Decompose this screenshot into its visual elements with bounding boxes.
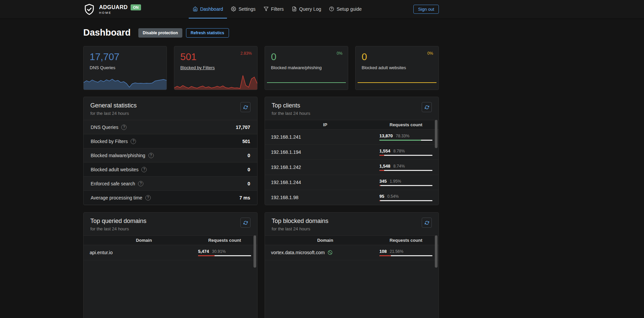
stat-row-label: Blocked malware/phishing <box>91 153 145 158</box>
column-header-requests-count: Requests count <box>379 238 432 243</box>
table-row: 192.168.1.242 1,5488.74% <box>265 160 439 175</box>
column-header-domain: Domain <box>271 238 379 243</box>
nav-item-dashboard[interactable]: Dashboard <box>189 0 227 18</box>
nav-item-setup-guide[interactable]: Setup guide <box>325 0 366 18</box>
refresh-icon <box>243 105 248 109</box>
stat-value: 17,707 <box>90 51 160 62</box>
panel-title: Top clients <box>272 102 310 109</box>
panel-title: Top queried domains <box>90 218 146 225</box>
refresh-button[interactable] <box>422 102 432 112</box>
table-row: vortex.data.microsoft.com 10821.56% <box>265 245 439 260</box>
navbar: ADGUARD ON HOME Dashboard Settings Filte… <box>0 0 644 19</box>
table-row: 192.168.1.241 13,87078.33% <box>265 130 439 145</box>
stat-card-dns-queries: 17,707 DNS Queries <box>83 46 167 90</box>
stat-row-value: 501 <box>242 139 250 144</box>
table-header: IP Requests count <box>265 120 439 130</box>
stat-percent: 2.83% <box>240 51 252 56</box>
stat-card-blocked-malware: 0% 0 Blocked malware/phishing <box>265 46 348 90</box>
nav-item-filters[interactable]: Filters <box>260 0 288 18</box>
help-icon[interactable]: ? <box>141 167 147 172</box>
panel-title: General statistics <box>90 102 137 109</box>
stat-row: Blocked adult websites? 0 <box>84 162 257 176</box>
stat-row: Blocked by Filters? 501 <box>84 134 257 148</box>
request-percent: 8.74% <box>394 164 405 169</box>
stat-row-label: Blocked adult websites <box>91 167 138 172</box>
panel-subtitle: for the last 24 hours <box>272 111 310 116</box>
help-icon[interactable]: ? <box>131 139 136 144</box>
table-header: Domain Requests count <box>84 235 257 245</box>
column-header-domain: Domain <box>90 238 198 243</box>
domain-name: vortex.data.microsoft.com <box>271 250 325 255</box>
refresh-button[interactable] <box>240 102 250 112</box>
stat-cards: 17,707 DNS Queries 2.83% 501 Blocked by … <box>83 46 439 90</box>
column-header-ip: IP <box>271 122 379 127</box>
top-queried-domains-panel: Top queried domains for the last 24 hour… <box>83 212 258 318</box>
gear-icon <box>231 6 236 11</box>
stat-row-value: 0 <box>247 153 250 158</box>
request-count: 1,548 <box>379 164 390 169</box>
nav-item-label: Dashboard <box>200 6 223 12</box>
scrollbar-thumb[interactable] <box>435 120 438 148</box>
funnel-icon <box>264 6 269 11</box>
block-icon[interactable] <box>327 250 333 255</box>
nav-item-label: Filters <box>271 6 284 12</box>
disable-protection-button[interactable]: Disable protection <box>138 28 182 38</box>
request-count: 1,554 <box>379 148 390 153</box>
shield-check-icon <box>83 3 95 15</box>
brand: ADGUARD ON HOME <box>83 3 141 15</box>
sign-out-button[interactable]: Sign out <box>413 5 439 14</box>
refresh-icon <box>425 221 429 225</box>
client-ip: 192.168.1.244 <box>271 180 379 185</box>
refresh-button[interactable] <box>422 218 432 228</box>
panel-subtitle: for the last 24 hours <box>90 226 146 231</box>
scrollbar-thumb[interactable] <box>435 235 438 268</box>
general-statistics-panel: General statistics for the last 24 hours… <box>83 97 258 205</box>
home-icon <box>193 6 198 11</box>
scrollbar-thumb[interactable] <box>254 235 256 268</box>
help-icon[interactable]: ? <box>148 153 154 158</box>
stat-row: DNS Queries? 17,707 <box>84 120 257 134</box>
blocked-by-filters-link[interactable]: Blocked by Filters <box>180 65 251 70</box>
brand-title: ADGUARD <box>99 4 128 10</box>
document-icon <box>292 6 297 11</box>
nav-item-settings[interactable]: Settings <box>227 0 260 18</box>
nav-item-label: Query Log <box>299 6 321 12</box>
panel-subtitle: for the last 24 hours <box>90 111 137 116</box>
stat-row-value: 0 <box>247 167 250 172</box>
request-count: 5,474 <box>198 249 209 254</box>
progress-bar <box>379 200 432 201</box>
top-blocked-domains-panel: Top blocked domains for the last 24 hour… <box>265 212 439 318</box>
nav-item-query-log[interactable]: Query Log <box>288 0 325 18</box>
table-header: Domain Requests count <box>265 235 439 245</box>
refresh-statistics-button[interactable]: Refresh statistics <box>186 28 229 38</box>
client-ip: 192.168.1.242 <box>271 165 379 170</box>
stat-row: Average processing time? 7 ms <box>84 190 257 205</box>
help-icon[interactable]: ? <box>121 125 127 130</box>
stat-row: Blocked malware/phishing? 0 <box>84 148 257 162</box>
progress-bar <box>198 255 251 256</box>
request-percent: 30.91% <box>212 249 226 254</box>
request-count: 345 <box>379 179 387 184</box>
help-icon[interactable]: ? <box>138 181 143 186</box>
stat-value: 0 <box>362 51 432 62</box>
stat-row-value: 7 ms <box>239 195 250 200</box>
refresh-icon <box>243 221 248 225</box>
stat-row-value: 17,707 <box>236 125 250 130</box>
request-percent: 1.95% <box>390 179 401 184</box>
column-header-requests-count: Requests count <box>379 122 432 127</box>
stat-label: Blocked malware/phishing <box>271 65 342 70</box>
stat-value: 0 <box>271 51 342 62</box>
request-percent: 78.33% <box>396 134 410 138</box>
page-title: Dashboard <box>83 28 131 38</box>
flat-sparkline <box>267 82 346 83</box>
help-icon[interactable]: ? <box>145 195 151 200</box>
stat-row-label: Average processing time <box>91 195 142 200</box>
top-clients-panel: Top clients for the last 24 hours IP Req… <box>265 97 439 205</box>
stat-card-blocked-by-filters: 2.83% 501 Blocked by Filters <box>174 46 258 90</box>
protection-status-badge: ON <box>131 4 141 10</box>
client-ip: 192.168.1.194 <box>271 149 379 155</box>
nav-item-label: Setup guide <box>336 6 362 12</box>
stat-row-label: Blocked by Filters <box>91 139 128 144</box>
progress-bar <box>379 255 432 256</box>
refresh-button[interactable] <box>240 218 250 228</box>
